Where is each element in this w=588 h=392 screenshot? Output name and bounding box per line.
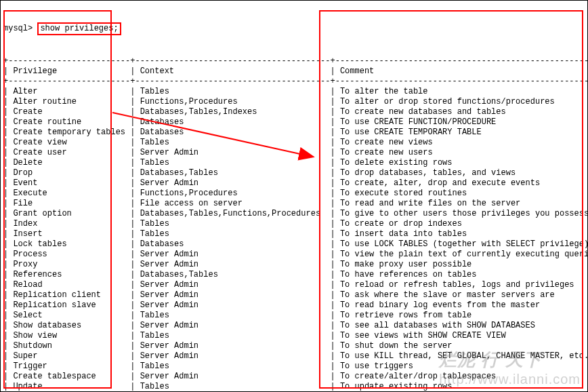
- mysql-prompt: mysql>: [3, 24, 33, 33]
- result-table: +-------------------------+-------------…: [3, 56, 585, 392]
- prompt-line: mysql> show privileges;: [3, 22, 585, 35]
- sql-command: show privileges;: [37, 22, 121, 35]
- terminal-output: mysql> show privileges; +---------------…: [1, 1, 587, 392]
